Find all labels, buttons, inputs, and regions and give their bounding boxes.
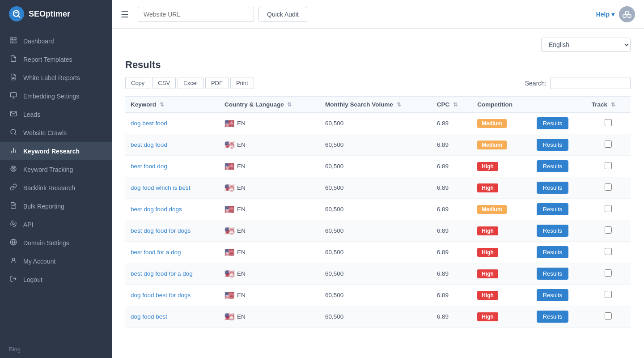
track-checkbox[interactable] [605,226,612,234]
track-checkbox[interactable] [605,312,612,320]
sidebar-item-dashboard[interactable]: Dashboard [0,32,112,50]
lang-code: EN [237,120,246,127]
results-button[interactable]: Results [537,139,568,151]
svg-point-27 [623,14,626,17]
flag-icon: 🇺🇸 [225,269,234,279]
leads-icon [9,110,18,119]
sidebar-item-backlink-research[interactable]: Backlink Research [0,179,112,197]
table-row: dog food best for dogs🇺🇸EN60,5006.89High… [125,285,631,306]
cell-results-btn: Results [531,220,586,242]
lang-code: EN [237,270,246,277]
results-button[interactable]: Results [537,182,568,194]
cell-volume: 60,500 [320,134,432,156]
keyword-link[interactable]: best dog food [131,141,167,148]
results-button[interactable]: Results [537,117,568,129]
results-button[interactable]: Results [537,203,568,215]
track-checkbox[interactable] [605,291,612,298]
sidebar-item-logout[interactable]: Logout [0,270,112,289]
track-checkbox[interactable] [605,248,612,255]
sidebar-item-domain-settings[interactable]: Domain Settings [0,234,112,252]
hamburger-icon[interactable]: ☰ [121,9,129,20]
results-button[interactable]: Results [537,246,568,258]
sidebar-item-label-keyword-tracking: Keyword Tracking [23,166,73,173]
sidebar-item-keyword-tracking[interactable]: Keyword Tracking [0,160,112,179]
white-label-icon [9,73,18,82]
results-button[interactable]: Results [537,289,568,301]
sidebar-item-report-templates[interactable]: Report Templates [0,50,112,68]
sidebar-item-api[interactable]: API [0,215,112,234]
user-avatar[interactable] [619,6,635,22]
sidebar-item-bulk-reporting[interactable]: Bulk Reporting [0,197,112,215]
track-checkbox[interactable] [605,269,612,277]
sidebar-item-website-crawls[interactable]: Website Crawls [0,124,112,142]
cell-country: 🇺🇸EN [219,156,320,177]
cell-competition: High [472,285,531,306]
sidebar-item-white-label[interactable]: White Label Reports [0,68,112,87]
language-select[interactable]: EnglishSpanishFrenchGermanPortuguese [541,38,631,52]
cell-competition: High [472,156,531,177]
results-button[interactable]: Results [537,160,568,172]
svg-point-26 [628,14,631,17]
quick-audit-button[interactable]: Quick Audit [258,7,307,22]
results-button[interactable]: Results [537,311,568,323]
cell-competition: Medium [472,199,531,220]
cell-keyword: dog food which is best [125,177,219,199]
cell-volume: 60,500 [320,199,432,220]
svg-point-0 [13,11,19,17]
track-checkbox[interactable] [605,205,612,212]
svg-line-12 [15,133,16,135]
cell-competition: High [472,177,531,199]
bulk-reporting-icon [9,202,18,210]
results-button[interactable]: Results [537,268,568,280]
track-checkbox[interactable] [605,183,612,191]
sidebar-item-leads[interactable]: Leads [0,105,112,124]
keyword-link[interactable]: best food for a dog [131,249,181,256]
keyword-link[interactable]: dog best food [131,120,167,127]
table-body: dog best food🇺🇸EN60,5006.89MediumResults… [125,113,631,328]
search-input[interactable] [550,77,631,89]
competition-badge: High [477,162,498,171]
keyword-link[interactable]: best dog food for a dog [131,270,193,277]
keyword-link[interactable]: dog food best for dogs [131,292,191,298]
svg-point-16 [13,168,13,169]
keyword-link[interactable]: dog food which is best [131,184,191,191]
export-csv-button[interactable]: CSV [152,77,176,89]
track-checkbox[interactable] [605,141,612,148]
sidebar-item-label-embedding: Embedding Settings [23,93,79,100]
svg-line-1 [18,16,20,17]
language-row: EnglishSpanishFrenchGermanPortuguese [125,38,631,52]
sidebar-item-my-account[interactable]: My Account [0,252,112,270]
cell-cpc: 6.89 [432,134,472,156]
cell-country: 🇺🇸EN [219,177,320,199]
sidebar-item-keyword-research[interactable]: Keyword Research [0,142,112,160]
help-button[interactable]: Help ▾ [596,11,614,18]
track-checkbox[interactable] [605,119,612,126]
cell-cpc: 6.89 [432,199,472,220]
flag-icon: 🇺🇸 [225,290,234,300]
export-excel-button[interactable]: Excel [178,77,203,89]
col-track: Track ⇅ [586,97,631,113]
export-print-button[interactable]: Print [230,77,254,89]
sidebar-item-embedding[interactable]: Embedding Settings [0,87,112,105]
svg-rect-2 [11,38,13,40]
track-checkbox[interactable] [605,162,612,169]
table-row: best dog food for dogs🇺🇸EN60,5006.89High… [125,220,631,242]
keyword-link[interactable]: best food dog [131,163,167,170]
keyword-link[interactable]: best dog food dogs [131,206,182,213]
flag-icon: 🇺🇸 [225,247,234,257]
cell-volume: 60,500 [320,220,432,242]
url-input[interactable] [138,7,254,22]
keyword-tracking-icon [9,165,18,174]
svg-point-23 [12,258,14,260]
keyword-link[interactable]: dog food best [131,313,167,320]
cell-country: 🇺🇸EN [219,306,320,328]
export-copy-button[interactable]: Copy [125,77,150,89]
export-pdf-button[interactable]: PDF [205,77,229,89]
svg-rect-3 [14,38,16,40]
cell-keyword: best dog food for dogs [125,220,219,242]
cell-competition: Medium [472,134,531,156]
cell-competition: High [472,242,531,263]
keyword-link[interactable]: best dog food for dogs [131,227,191,234]
results-button[interactable]: Results [537,225,568,237]
sidebar-item-blog[interactable]: Blog [0,341,112,358]
